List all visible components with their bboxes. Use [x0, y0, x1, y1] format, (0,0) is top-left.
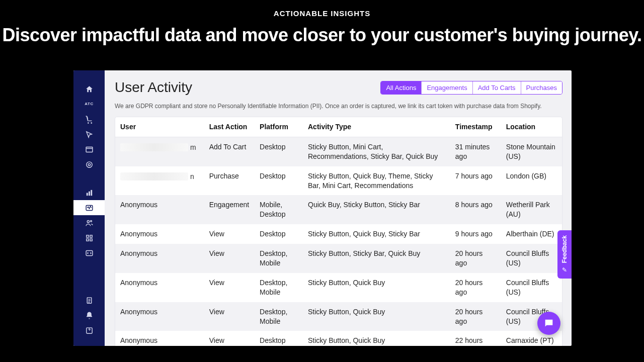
help-icon[interactable]: [73, 323, 105, 338]
table-row: AnonymousViewDesktop, MobileSticky Butto…: [115, 302, 562, 331]
page-subtext: We are GDPR compliant and store no Perso…: [115, 103, 562, 110]
chat-button[interactable]: [537, 312, 560, 335]
table-row: AnonymousViewDesktop, MobileSticky Butto…: [115, 244, 562, 273]
cell-activity-type: Sticky Button, Quick Buy, Sticky Bar: [303, 224, 450, 244]
cell-user: Anonymous: [115, 273, 204, 302]
cell-timestamp: 8 hours ago: [450, 195, 501, 224]
cell-activity-type: Sticky Button, Quick Buy: [303, 331, 450, 346]
cell-location: Stone Mountain (US): [501, 137, 562, 166]
cell-last-action: Add To Cart: [204, 137, 255, 166]
feedback-tab[interactable]: Feedback ✎: [557, 230, 572, 279]
svg-rect-0: [86, 147, 93, 152]
cell-timestamp: 9 hours ago: [450, 224, 501, 244]
cell-user: m: [115, 137, 204, 166]
target-icon[interactable]: [73, 157, 105, 172]
cell-platform: Desktop, Mobile: [255, 273, 303, 302]
cell-platform: Desktop, Mobile: [255, 244, 303, 273]
cell-user: Anonymous: [115, 244, 204, 273]
table-row: AnonymousViewDesktopSticky Button, Quick…: [115, 224, 562, 244]
hero-eyebrow: ACTIONABLE INSIGHTS: [0, 9, 644, 18]
svg-rect-9: [86, 235, 88, 237]
col-user: User: [115, 117, 204, 137]
apps-icon[interactable]: [73, 230, 105, 245]
col-location: Location: [501, 117, 562, 137]
table-row: AnonymousEngagementMobile, DesktopQuick …: [115, 195, 562, 224]
table-row: nPurchaseDesktopSticky Button, Quick Buy…: [115, 166, 562, 196]
cell-location: Alberthain (DE): [501, 224, 562, 244]
svg-point-8: [90, 220, 92, 222]
col-platform: Platform: [255, 117, 303, 137]
filter-purchases[interactable]: Purchases: [521, 81, 562, 94]
cell-location: Council Bluffs (US): [501, 273, 562, 302]
cell-location: London (GB): [501, 166, 562, 196]
cell-user: Anonymous: [115, 195, 204, 224]
cell-timestamp: 20 hours ago: [450, 302, 501, 331]
filter-add-to-carts[interactable]: Add To Carts: [473, 81, 521, 94]
cell-platform: Desktop, Mobile: [255, 302, 303, 331]
users-icon[interactable]: [73, 215, 105, 230]
cell-platform: Desktop: [255, 224, 303, 244]
col-last-action: Last Action: [204, 117, 255, 137]
col-timestamp: Timestamp: [450, 117, 501, 137]
svg-rect-5: [91, 190, 92, 195]
cell-platform: Desktop: [255, 166, 303, 196]
col-activity-type: Activity Type: [303, 117, 450, 137]
svg-rect-4: [89, 191, 90, 196]
cell-user: Anonymous: [115, 224, 204, 244]
table-row: mAdd To CartDesktopSticky Button, Mini C…: [115, 137, 562, 166]
main-content: User Activity All Actions Engagements Ad…: [105, 70, 572, 346]
svg-point-7: [87, 220, 89, 222]
filter-all-actions[interactable]: All Actions: [381, 81, 422, 94]
cell-last-action: Purchase: [204, 166, 255, 196]
feedback-icon: ✎: [562, 266, 567, 274]
svg-rect-10: [90, 235, 92, 237]
app-window: ATC: [73, 70, 572, 346]
cell-timestamp: 7 hours ago: [450, 166, 501, 196]
svg-point-2: [88, 163, 90, 165]
cart-icon[interactable]: [73, 112, 105, 127]
cell-last-action: View: [204, 302, 255, 331]
clipboard-icon[interactable]: [73, 293, 105, 308]
home-icon[interactable]: [73, 81, 105, 97]
cursor-icon[interactable]: [73, 127, 105, 142]
cell-timestamp: 20 hours ago: [450, 273, 501, 302]
cell-activity-type: Sticky Button, Quick Buy: [303, 302, 450, 331]
cell-activity-type: Quick Buy, Sticky Button, Sticky Bar: [303, 195, 450, 224]
svg-point-1: [86, 161, 92, 167]
cell-last-action: View: [204, 224, 255, 244]
chat-icon: [543, 318, 554, 329]
sidebar: ATC: [73, 70, 105, 346]
cell-activity-type: Sticky Button, Quick Buy, Theme, Sticky …: [303, 166, 450, 196]
filter-tabs: All Actions Engagements Add To Carts Pur…: [380, 81, 562, 95]
svg-rect-11: [86, 238, 88, 240]
bell-icon[interactable]: [73, 308, 105, 323]
code-icon[interactable]: [73, 245, 105, 260]
window-icon[interactable]: [73, 142, 105, 157]
page-title: User Activity: [115, 79, 192, 96]
activity-icon[interactable]: [73, 200, 105, 215]
cell-timestamp: 22 hours ago: [450, 331, 501, 346]
cell-timestamp: 20 hours ago: [450, 244, 501, 273]
cell-activity-type: Sticky Button, Mini Cart, Recommendation…: [303, 137, 450, 166]
cell-activity-type: Sticky Button, Sticky Bar, Quick Buy: [303, 244, 450, 273]
cell-user: n: [115, 166, 204, 196]
svg-rect-12: [90, 238, 92, 240]
cell-user: Anonymous: [115, 302, 204, 331]
activity-table: User Last Action Platform Activity Type …: [115, 117, 562, 346]
redacted-user: [120, 143, 188, 151]
cell-platform: Desktop: [255, 331, 303, 346]
hero-headline: Discover impactful data and move closer …: [0, 25, 644, 46]
atc-icon[interactable]: ATC: [73, 97, 105, 112]
cell-last-action: View: [204, 244, 255, 273]
cell-user: Anonymous: [115, 331, 204, 346]
filter-engagements[interactable]: Engagements: [422, 81, 472, 94]
cell-platform: Desktop: [255, 137, 303, 166]
feedback-label: Feedback: [561, 235, 568, 263]
cell-location: Wetherill Park (AU): [501, 195, 562, 224]
table-row: AnonymousViewDesktopSticky Button, Quick…: [115, 331, 562, 346]
cell-last-action: Engagement: [204, 195, 255, 224]
analytics-icon[interactable]: [73, 185, 105, 200]
cell-timestamp: 31 minutes ago: [450, 137, 501, 166]
cell-last-action: View: [204, 273, 255, 302]
redacted-user: [120, 172, 188, 180]
